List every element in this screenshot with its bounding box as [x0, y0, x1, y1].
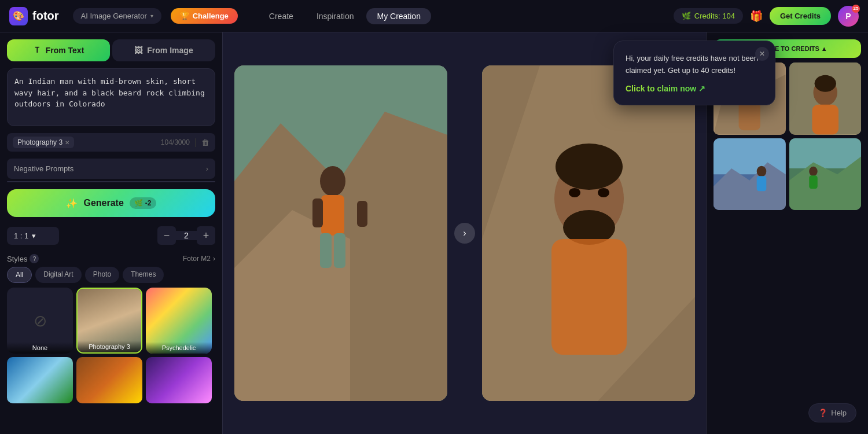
- ratio-label: 1 : 1: [14, 231, 28, 240]
- nav-my-creation[interactable]: My Creation: [366, 8, 431, 24]
- trash-icon[interactable]: 🗑: [201, 138, 209, 147]
- from-image-label: From Image: [147, 46, 193, 55]
- style-item-sm-1[interactable]: [7, 357, 73, 403]
- style-tab-photo[interactable]: Photo: [85, 267, 119, 283]
- count-control: − 2 +: [157, 226, 215, 245]
- negative-prompts-label: Negative Prompts: [14, 164, 73, 173]
- main-image-2[interactable]: [482, 65, 695, 401]
- styles-header: Styles ? Fotor M2 ›: [7, 254, 215, 263]
- leaf-icon: 🌿: [682, 12, 691, 20]
- style-tab-all[interactable]: All: [7, 267, 32, 283]
- tooltip-claim-link[interactable]: Click to claim now ↗: [626, 84, 763, 93]
- nav-create[interactable]: Create: [259, 8, 304, 24]
- style-tabs: All Digital Art Photo Themes: [7, 267, 215, 283]
- ratio-select[interactable]: 1 : 1 ▾: [7, 227, 59, 245]
- tag-label: Photography 3: [17, 138, 62, 146]
- trophy-icon: 🏆: [180, 12, 189, 20]
- svg-point-16: [598, 188, 609, 197]
- pipe-divider: |: [194, 137, 197, 148]
- svg-point-13: [556, 144, 623, 190]
- from-text-tab[interactable]: Ｔ From Text: [7, 39, 110, 61]
- source-tabs: Ｔ From Text 🖼 From Image: [7, 39, 215, 61]
- ai-generator-nav[interactable]: AI Image Generator ▾: [73, 8, 161, 24]
- avatar-initials: P: [845, 12, 851, 21]
- thumbnail-4[interactable]: [789, 138, 862, 211]
- no-style-icon: ⊘: [34, 311, 47, 330]
- fotor-m2-label: Fotor M2 ›: [183, 255, 215, 263]
- svg-point-3: [320, 166, 345, 196]
- get-credits-button[interactable]: Get Credits: [770, 7, 831, 25]
- count-value: 2: [176, 231, 197, 240]
- thumbnail-2[interactable]: [789, 62, 862, 135]
- tag-row: Photography 3 ✕ 104/3000 | 🗑: [7, 133, 215, 152]
- thumbnail-3[interactable]: [713, 138, 786, 211]
- style-tab-themes[interactable]: Themes: [123, 267, 164, 283]
- leaf-icon-small: 🌿: [134, 199, 143, 207]
- generate-button[interactable]: ✨ Generate 🌿 -2: [7, 189, 215, 217]
- style-psychedelic[interactable]: Psychedelic: [146, 288, 212, 354]
- chevron-down-icon: ▾: [150, 13, 153, 19]
- style-none-label: None: [7, 342, 73, 354]
- svg-rect-8: [334, 233, 345, 268]
- sidebar: Ｔ From Text 🖼 From Image An Indian man w…: [0, 32, 223, 434]
- text-icon: Ｔ: [33, 45, 41, 56]
- style-item-sm-2[interactable]: [76, 357, 142, 403]
- from-image-tab[interactable]: 🖼 From Image: [112, 39, 215, 61]
- svg-rect-32: [757, 176, 767, 191]
- help-label: Help: [831, 409, 847, 417]
- avatar-badge: 25: [852, 5, 860, 13]
- main-image-1[interactable]: [234, 65, 447, 401]
- svg-rect-4: [321, 195, 344, 236]
- style-photo3-label: Photography 3: [78, 341, 141, 352]
- ratio-count-row: 1 : 1 ▾ − 2 +: [7, 226, 215, 245]
- svg-point-15: [569, 188, 580, 197]
- style-none[interactable]: ⊘ None: [7, 288, 73, 354]
- style-tag: Photography 3 ✕: [13, 137, 74, 148]
- svg-point-36: [809, 166, 818, 176]
- challenge-button[interactable]: 🏆 Challenge: [171, 8, 238, 24]
- generate-label: Generate: [83, 198, 123, 208]
- svg-rect-7: [320, 233, 332, 268]
- svg-point-26: [814, 75, 836, 92]
- prompt-area: An Indian man with mid-brown skin, short…: [7, 68, 215, 128]
- style-photography3[interactable]: Photography 3: [76, 288, 142, 354]
- svg-rect-37: [809, 175, 818, 189]
- svg-rect-34: [789, 138, 862, 168]
- wand-icon: ✨: [66, 198, 78, 209]
- style-item-sm-3[interactable]: [146, 357, 212, 403]
- neg-line-divider: [7, 181, 215, 182]
- style-psychedelic-label: Psychedelic: [146, 342, 212, 354]
- style-grid-bottom: [7, 357, 215, 403]
- help-icon: ❓: [818, 409, 827, 417]
- avatar[interactable]: P 25: [838, 6, 859, 27]
- chevron-right-icon: ›: [213, 255, 215, 263]
- credits-badge: 🌿 Credits: 104: [674, 8, 743, 24]
- tag-remove-button[interactable]: ✕: [65, 139, 69, 146]
- tooltip-text: Hi, your daily free credits have not bee…: [626, 53, 763, 77]
- help-button[interactable]: ❓ Help: [808, 403, 856, 422]
- count-decrease-button[interactable]: −: [157, 226, 176, 245]
- ai-generator-label: AI Image Generator: [81, 12, 147, 20]
- prompt-textarea[interactable]: An Indian man with mid-brown skin, short…: [7, 68, 215, 126]
- tooltip-close-button[interactable]: ✕: [755, 47, 769, 61]
- main-nav: Create Inspiration My Creation: [259, 8, 431, 24]
- nav-arrow-right[interactable]: ›: [454, 223, 475, 244]
- chevron-right-icon: ›: [206, 164, 208, 173]
- char-count: 104/3000: [161, 138, 190, 146]
- negative-prompts-row[interactable]: Negative Prompts ›: [7, 159, 215, 179]
- credits-label: Credits: 104: [694, 12, 735, 20]
- nav-inspiration[interactable]: Inspiration: [306, 8, 365, 24]
- count-increase-button[interactable]: +: [197, 226, 215, 245]
- header: 🎨 fotor AI Image Generator ▾ 🏆 Challenge…: [0, 0, 868, 32]
- logo[interactable]: 🎨 fotor: [9, 7, 59, 25]
- style-tab-digital-art[interactable]: Digital Art: [35, 267, 81, 283]
- svg-rect-17: [551, 239, 627, 355]
- logo-icon: 🎨: [9, 7, 28, 25]
- challenge-label: Challenge: [193, 12, 229, 20]
- gift-icon[interactable]: 🎁: [750, 10, 763, 23]
- svg-rect-27: [812, 105, 838, 135]
- styles-label: Styles ?: [7, 254, 39, 263]
- question-icon[interactable]: ?: [30, 254, 39, 263]
- image-icon: 🖼: [134, 46, 142, 55]
- cost-badge: 🌿 -2: [130, 197, 156, 209]
